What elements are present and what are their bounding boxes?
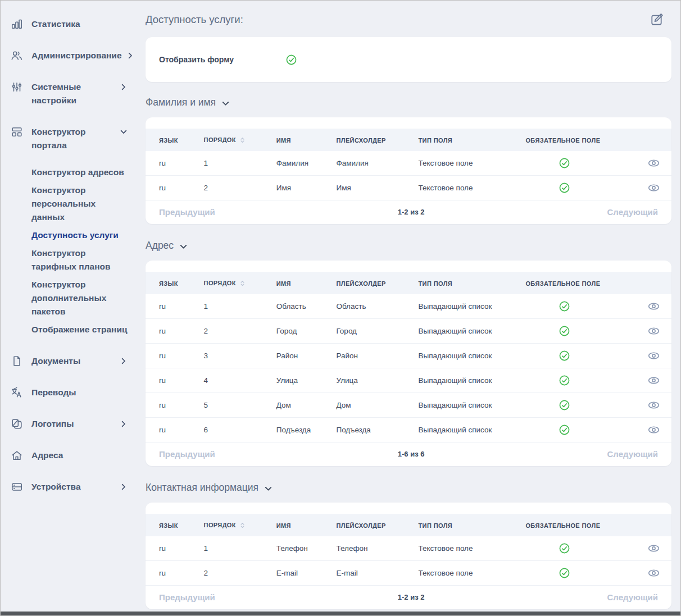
sidebar-item-personal-data-constructor[interactable]: Конструктор персональных данных xyxy=(31,184,128,224)
sidebar-item-address-constructor[interactable]: Конструктор адресов xyxy=(31,166,128,179)
eye-icon[interactable] xyxy=(647,399,660,412)
section-title: Адрес xyxy=(146,240,174,252)
sidebar-item-administration[interactable]: Администрирование xyxy=(11,49,128,62)
sidebar-item-addon-packages-constructor[interactable]: Конструктор дополнительных пакетов xyxy=(31,278,128,318)
table-row: ru2E-mailE-mailТекстовое поле xyxy=(146,561,671,586)
cell-placeholder: Область xyxy=(330,294,412,319)
check-circle-icon xyxy=(559,157,570,169)
sidebar: Статистика Администрирование Системные н… xyxy=(1,1,142,615)
form-section: Фамилия и имя ЯЗЫКПОРЯДОКИМЯПЛЕЙСХОЛДЕРТ… xyxy=(146,97,671,224)
pagination-prev-button[interactable]: Предыдущий xyxy=(159,592,215,602)
check-circle-icon xyxy=(559,182,570,194)
sidebar-item-translations[interactable]: Переводы xyxy=(11,386,128,399)
cell-name: Подъезда xyxy=(271,418,331,442)
section-title: Контактная информация xyxy=(146,482,258,494)
form-visibility-card: Отобразить форму xyxy=(146,37,671,82)
sidebar-item-portal-constructor[interactable]: Конструктор портала xyxy=(11,125,128,152)
cell-order: 2 xyxy=(198,319,271,344)
check-circle-icon xyxy=(559,350,570,362)
check-circle-icon xyxy=(559,399,570,411)
cell-placeholder: Телефон xyxy=(330,536,412,561)
document-icon xyxy=(11,355,23,367)
pagination: Предыдущий 1-2 из 2 Следующий xyxy=(146,200,671,224)
cell-type: Выпадающий список xyxy=(412,418,520,442)
cell-type: Текстовое поле xyxy=(412,536,520,561)
pagination-next-button[interactable]: Следующий xyxy=(607,449,658,459)
cell-name: Дом xyxy=(271,393,331,418)
check-circle-icon xyxy=(559,567,570,579)
cell-lang: ru xyxy=(146,151,198,176)
sidebar-item-logos[interactable]: Логотипы xyxy=(11,417,128,431)
page-title: Доступность услуги: xyxy=(146,13,243,26)
column-header: ЯЗЫК xyxy=(146,272,198,294)
eye-icon[interactable] xyxy=(647,374,660,387)
sidebar-item-documents[interactable]: Документы xyxy=(11,354,128,368)
eye-icon[interactable] xyxy=(647,181,660,194)
cell-required xyxy=(520,151,609,176)
app-window: Статистика Администрирование Системные н… xyxy=(0,0,681,616)
section-header[interactable]: Адрес xyxy=(146,240,671,252)
cell-actions xyxy=(610,368,671,393)
column-header: ОБЯЗАТЕЛЬНОЕ ПОЛЕ xyxy=(520,129,609,151)
sort-arrows-icon[interactable] xyxy=(239,136,246,144)
translate-icon xyxy=(11,386,23,399)
chevron-right-icon xyxy=(120,420,128,428)
column-header-label: ПЛЕЙСХОЛДЕР xyxy=(336,280,385,287)
form-section: Адрес ЯЗЫКПОРЯДОКИМЯПЛЕЙСХОЛДЕРТИП ПОЛЯО… xyxy=(146,240,671,466)
chevron-down-icon[interactable] xyxy=(221,99,230,108)
sidebar-item-statistics[interactable]: Статистика xyxy=(11,17,128,31)
cell-lang: ru xyxy=(146,561,198,586)
sidebar-item-addresses[interactable]: Адреса xyxy=(11,449,128,462)
pagination-prev-button[interactable]: Предыдущий xyxy=(159,449,215,459)
eye-icon[interactable] xyxy=(647,349,660,362)
eye-icon[interactable] xyxy=(647,542,660,555)
sidebar-item-service-availability[interactable]: Доступность услуги xyxy=(31,229,128,242)
eye-icon[interactable] xyxy=(647,325,660,337)
column-header[interactable]: ПОРЯДОК xyxy=(198,272,271,294)
table-row: ru2ИмяИмяТекстовое поле xyxy=(146,176,671,200)
column-header-label: ТИП ПОЛЯ xyxy=(418,522,452,529)
chevron-down-icon[interactable] xyxy=(264,485,273,493)
eye-icon[interactable] xyxy=(647,300,660,313)
check-circle-icon xyxy=(559,325,570,337)
eye-icon[interactable] xyxy=(647,567,660,580)
fields-table-card: ЯЗЫКПОРЯДОКИМЯПЛЕЙСХОЛДЕРТИП ПОЛЯОБЯЗАТЕ… xyxy=(146,117,671,224)
column-header-label: ЯЗЫК xyxy=(159,280,178,287)
form-section: Контактная информация ЯЗЫКПОРЯДОКИМЯПЛЕЙ… xyxy=(146,482,671,609)
sidebar-nav: Статистика Администрирование Системные н… xyxy=(11,17,128,494)
section-header[interactable]: Фамилия и имя xyxy=(146,97,671,108)
sidebar-item-devices[interactable]: Устройства xyxy=(11,480,128,494)
sort-arrows-icon[interactable] xyxy=(239,522,246,529)
eye-icon[interactable] xyxy=(647,423,660,436)
sidebar-item-system-settings[interactable]: Системные настройки xyxy=(11,80,128,107)
edit-icon[interactable] xyxy=(650,12,665,27)
column-header: ИМЯ xyxy=(271,129,331,151)
cell-order: 2 xyxy=(198,561,271,586)
column-header[interactable]: ПОРЯДОК xyxy=(198,129,271,151)
cell-type: Текстовое поле xyxy=(412,151,520,176)
column-header-label: ПОРЯДОК xyxy=(204,522,236,528)
sidebar-item-pages-display[interactable]: Отображение страниц xyxy=(31,323,128,336)
cell-type: Выпадающий список xyxy=(412,319,520,344)
page-header: Доступность услуги: xyxy=(146,12,671,27)
cell-order: 6 xyxy=(198,418,271,442)
column-header: ПЛЕЙСХОЛДЕР xyxy=(330,129,412,151)
check-circle-icon xyxy=(559,424,570,436)
logos-icon xyxy=(11,418,23,430)
chevron-right-icon xyxy=(120,83,128,91)
eye-icon[interactable] xyxy=(647,157,660,170)
table-row: ru1ФамилияФамилияТекстовое поле xyxy=(146,151,671,176)
pagination-next-button[interactable]: Следующий xyxy=(607,592,658,602)
section-header[interactable]: Контактная информация xyxy=(146,482,671,494)
pagination-prev-button[interactable]: Предыдущий xyxy=(159,207,215,217)
column-header[interactable]: ПОРЯДОК xyxy=(198,514,271,536)
column-header-label: ЯЗЫК xyxy=(159,137,178,144)
fields-table: ЯЗЫКПОРЯДОКИМЯПЛЕЙСХОЛДЕРТИП ПОЛЯОБЯЗАТЕ… xyxy=(146,514,671,586)
table-row: ru1ТелефонТелефонТекстовое поле xyxy=(146,536,671,561)
chevron-down-icon[interactable] xyxy=(179,243,188,251)
cell-type: Выпадающий список xyxy=(412,294,520,319)
pagination-next-button[interactable]: Следующий xyxy=(607,207,658,217)
sort-arrows-icon[interactable] xyxy=(239,280,246,287)
sidebar-item-tariff-plans-constructor[interactable]: Конструктор тарифных планов xyxy=(31,247,128,273)
cell-required xyxy=(520,344,609,368)
